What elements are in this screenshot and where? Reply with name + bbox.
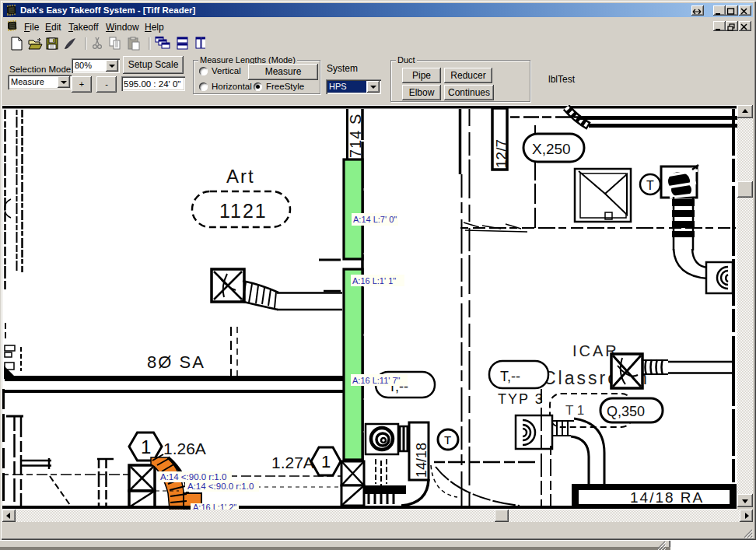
svg-text:8Ø SA: 8Ø SA (147, 352, 205, 372)
svg-text:T: T (646, 179, 654, 192)
svg-text:T 1: T 1 (565, 403, 584, 418)
svg-text:1.27A: 1.27A (271, 454, 314, 471)
svg-text:1121: 1121 (219, 200, 268, 222)
svg-text:A:16 L:1' 1": A:16 L:1' 1" (352, 276, 396, 286)
svg-text:T,--: T,-- (500, 369, 520, 384)
svg-text:A:16 L:11' 7": A:16 L:11' 7" (352, 376, 401, 385)
svg-text:A:14 <:90.0 r:1.0: A:14 <:90.0 r:1.0 (160, 472, 226, 482)
svg-text:1: 1 (321, 452, 331, 471)
svg-text:A:16 L:1' 2": A:16 L:1' 2" (193, 503, 236, 510)
svg-text:T: T (444, 433, 451, 447)
svg-text:12/7: 12/7 (493, 139, 509, 168)
svg-text:1: 1 (141, 436, 151, 457)
svg-text:Art: Art (226, 166, 255, 187)
svg-text:14/18 RA: 14/18 RA (630, 489, 704, 506)
svg-text:A:14 <:90.0 r:1.0: A:14 <:90.0 r:1.0 (187, 482, 254, 491)
svg-text:1.26A: 1.26A (163, 440, 206, 457)
svg-text:14/18: 14/18 (414, 443, 429, 478)
svg-text:TYP 3: TYP 3 (498, 391, 544, 407)
svg-text:714 S: 714 S (347, 114, 364, 158)
svg-text:X,250: X,250 (532, 141, 571, 157)
svg-text:A:14 L:7' 0": A:14 L:7' 0" (353, 215, 397, 224)
svg-text:Q,350: Q,350 (607, 404, 645, 419)
